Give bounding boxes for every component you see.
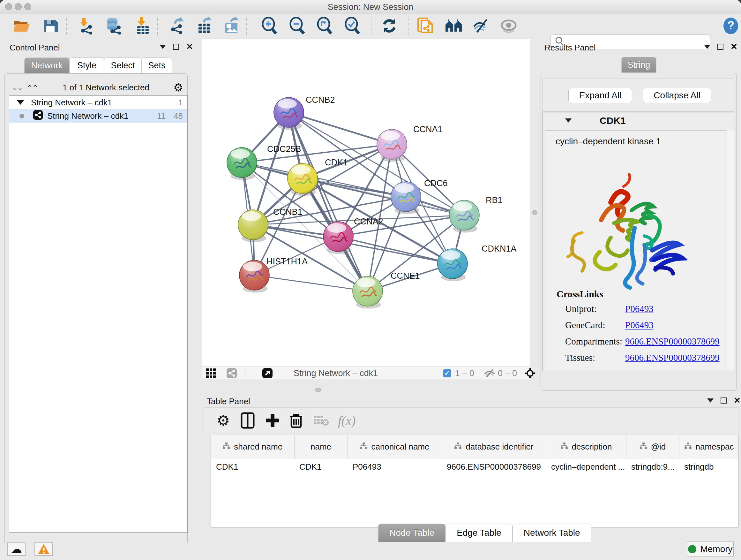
collapse-all-tree-icon[interactable]: ⌄⌄ [27,83,38,92]
close-panel-icon[interactable]: ✕ [734,397,741,403]
network-share-icon [33,110,43,122]
table-cell[interactable]: stringdb [679,459,738,475]
delete-column-icon[interactable] [289,411,303,430]
table-cell[interactable]: stringdb:9... [626,459,679,475]
close-panel-icon[interactable]: ✕ [186,44,193,50]
node-table[interactable]: shared namenamecanonical namedatabase id… [211,435,738,527]
network-edge-CCNB2-CCNA1[interactable] [289,112,392,144]
view-grid-button[interactable] [206,368,216,378]
horizontal-splitter-handle[interactable] [315,388,321,392]
table-cell[interactable]: cyclin–dependent ... [546,459,626,475]
column-header-description[interactable]: description [546,435,626,459]
tab-node-table[interactable]: Node Table [378,523,446,542]
tab-string[interactable]: String [621,57,657,73]
column-header-shared-name[interactable]: shared name [211,435,294,459]
tab-sets[interactable]: Sets [142,57,172,73]
hide-selected-button[interactable] [472,17,490,36]
node-label-CCNA1: CCNA1 [413,125,443,134]
column-header-namespac[interactable]: namespac [679,435,738,459]
string-home-button[interactable] [445,17,463,36]
crosslink-compartments-link[interactable]: 9606.ENSP00000378699 [625,336,720,347]
show-columns-icon[interactable] [241,411,255,430]
import-table-file-button[interactable] [134,17,152,36]
export-network-icon [169,17,186,36]
crosslink-pharos-link[interactable]: P06493 [625,369,654,369]
zoom-in-icon [261,17,278,36]
network-edge-HIST1H1A-CCNE1[interactable] [254,275,367,291]
collapse-panel-icon[interactable] [159,45,166,49]
control-panel: Control Panel ✕ Network Style Select Set… [3,39,188,537]
detach-view-button[interactable] [262,368,273,378]
float-panel-icon[interactable] [173,44,179,50]
tab-network[interactable]: Network [24,57,70,73]
expand-all-tree-icon[interactable]: ⌄⌄ [11,83,22,92]
table-row[interactable]: CDK1CDK1P064939606.ENSP00000378699cyclin… [211,459,738,475]
collapse-panel-icon[interactable] [707,398,714,402]
zoom-fit-content-button[interactable] [316,17,334,36]
zoom-in-button[interactable] [260,17,279,36]
hidden-eye-icon[interactable] [484,368,495,378]
network-edge-CCNA2-CDKN1A[interactable] [338,237,453,264]
window-title: Session: New Session [0,2,741,12]
table-cell[interactable]: P06493 [347,459,442,475]
show-all-button[interactable] [499,17,518,36]
refresh-view-button[interactable] [380,17,399,36]
export-table-button[interactable] [196,17,214,36]
export-network-button[interactable] [168,17,187,36]
network-row[interactable]: String Network – cdk1 11 48 [9,109,187,123]
tab-select[interactable]: Select [104,57,142,73]
close-panel-icon[interactable]: ✕ [731,44,738,50]
zoom-out-button[interactable] [288,17,307,36]
column-header-database-identifier[interactable]: database identifier [442,435,546,459]
network-options-gear-icon[interactable]: ⚙ [174,81,183,94]
memory-button[interactable]: Memory [687,542,734,557]
column-header--id[interactable]: @id [626,435,679,459]
tab-network-table[interactable]: Network Table [513,523,591,542]
zoom-selected-button[interactable] [343,17,362,36]
view-share-button[interactable] [226,368,237,378]
crosslink-tissues-link[interactable]: 9606.ENSP00000378699 [625,353,720,363]
results-scrollbar[interactable] [727,130,734,369]
birdseye-navigator-button[interactable] [525,368,536,378]
toolbar-separator [438,368,438,379]
checkbox-check-icon: ✓ [443,369,451,377]
table-cell[interactable]: CDK1 [294,459,347,475]
zoom-out-icon [289,17,306,36]
collapse-entry-icon[interactable] [565,118,571,123]
network-collection-row[interactable]: String Network – cdk1 1 [9,96,187,109]
selected-checkbox[interactable]: ✓ [443,368,451,378]
table-cell[interactable]: CDK1 [211,459,294,475]
results-panel: Results Panel ✕ String Expand All Collap… [541,39,738,393]
cloud-status-button[interactable]: ☁ [7,543,25,556]
export-image-button[interactable] [222,17,241,36]
column-header-canonical-name[interactable]: canonical name [347,435,442,459]
table-cell[interactable]: 9606.ENSP00000378699 [442,459,546,475]
open-session-button[interactable] [12,17,31,36]
warnings-button[interactable] [35,543,53,556]
float-panel-icon[interactable] [721,397,727,403]
network-status-dot-icon [19,114,24,118]
tree-expander-icon[interactable] [17,100,24,105]
table-gear-icon[interactable]: ⚙ [217,411,230,430]
new-network-from-selection-button[interactable] [416,17,434,36]
tab-style[interactable]: Style [70,57,104,73]
collection-count: 1 [179,98,183,108]
import-network-database-button[interactable] [104,17,123,36]
network-canvas[interactable]: CCNB2CCNA1CDC25BCDK1CDC6RB1CCNB1CCNA2CDK… [202,39,530,367]
status-bar: ☁ Memory [0,543,741,560]
float-panel-icon[interactable] [718,44,724,50]
add-column-icon[interactable] [265,411,280,430]
column-header-name[interactable]: name [294,435,347,459]
database-network-icon [105,17,122,36]
crosslink-genecard-link[interactable]: P06493 [625,320,654,330]
import-network-file-button[interactable] [77,17,96,36]
collapse-all-button[interactable]: Collapse All [643,88,711,103]
crosslink-uniprot-link[interactable]: P06493 [625,304,654,314]
vertical-splitter-handle[interactable] [532,210,537,215]
save-session-button[interactable] [41,17,60,36]
help-button[interactable]: ? [722,17,740,36]
expand-all-button[interactable]: Expand All [568,88,632,103]
collapse-panel-icon[interactable] [704,45,711,49]
title-bar: Session: New Session [0,0,741,13]
tab-edge-table[interactable]: Edge Table [446,523,513,542]
